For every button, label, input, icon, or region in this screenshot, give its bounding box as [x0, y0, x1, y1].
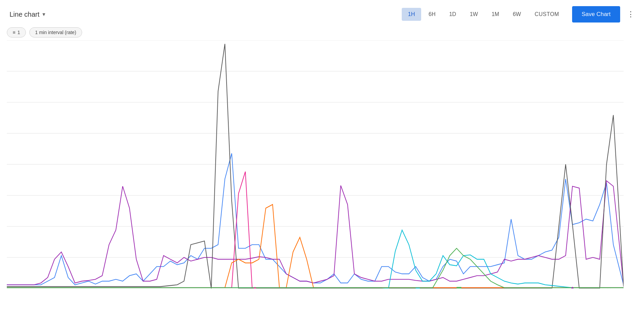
time-range-6h[interactable]: 6H [423, 8, 442, 21]
marker-plus-blue: + [593, 287, 597, 288]
series-green [7, 248, 624, 288]
time-range-group: 1H 6H 1D 1W 1M 6W CUSTOM [402, 8, 565, 21]
time-range-6w[interactable]: 6W [507, 8, 527, 21]
interval-button[interactable]: 1 min interval (rate) [29, 27, 82, 38]
time-range-1w[interactable]: 1W [464, 8, 484, 21]
filter-icon: ≡ [13, 30, 15, 35]
marker-square-green [457, 287, 461, 288]
chart-type-button[interactable]: Line chart ▼ [7, 9, 49, 20]
marker-x-gray: ✕ [607, 287, 612, 288]
marker-square-teal [416, 288, 420, 288]
save-chart-button[interactable]: Save Chart [572, 6, 620, 23]
filter-count: 1 [17, 30, 20, 35]
series-purple [7, 181, 624, 285]
chevron-down-icon: ▼ [42, 12, 46, 17]
custom-range-button[interactable]: CUSTOM [528, 8, 565, 21]
chart-type-label: Line chart [10, 11, 40, 18]
line-chart-svg: + ✕ 0.08/s 0.07/s 0.06/s 0.05/s 0.04/s 0… [7, 40, 624, 288]
more-options-button[interactable]: ⋮ [624, 7, 637, 21]
time-range-1d[interactable]: 1D [443, 8, 462, 21]
series-orange [7, 205, 624, 288]
toolbar: ≡ 1 1 min interval (rate) [0, 26, 644, 40]
time-range-1m[interactable]: 1M [486, 8, 505, 21]
series-blue [7, 153, 624, 285]
time-range-1h[interactable]: 1H [402, 8, 421, 21]
chart-area: + ✕ 0.08/s 0.07/s 0.06/s 0.05/s 0.04/s 0… [0, 40, 644, 309]
series-gray [7, 44, 624, 288]
chart-container: + ✕ 0.08/s 0.07/s 0.06/s 0.05/s 0.04/s 0… [7, 40, 624, 288]
filter-button[interactable]: ≡ 1 [7, 27, 26, 38]
series-pink [7, 172, 624, 287]
header: Line chart ▼ 1H 6H 1D 1W 1M 6W CUSTOM Sa… [0, 0, 644, 26]
